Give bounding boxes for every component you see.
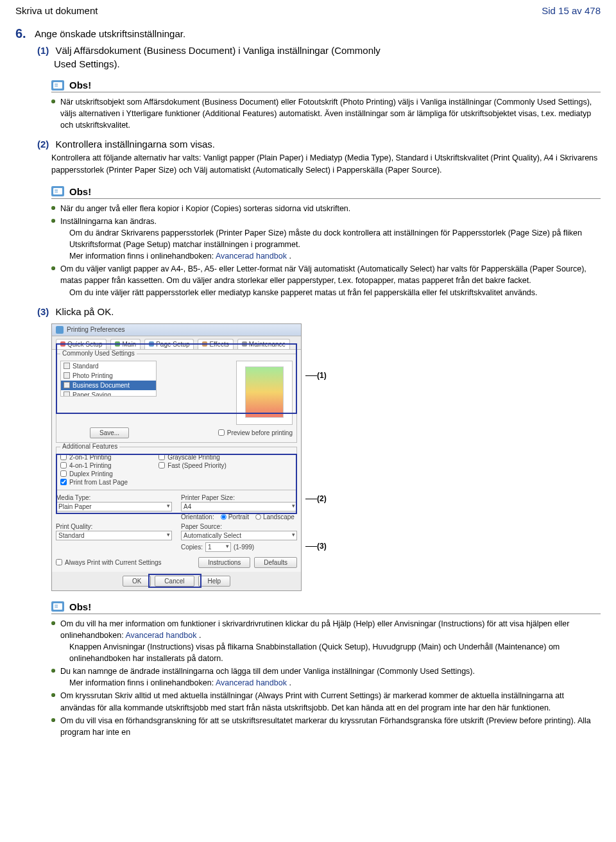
- note-item: Du kan namnge de ändrade inställningarna…: [51, 666, 601, 689]
- title-bar: Printing Preferences: [52, 324, 301, 336]
- sub-text-cont: Used Settings).: [54, 58, 601, 69]
- book-icon: [51, 601, 64, 612]
- note-item: Inställningarna kan ändras. Om du ändrar…: [51, 216, 601, 262]
- substep-2: (2) Kontrollera inställningarna som visa…: [37, 139, 601, 150]
- step-text: Ange önskade utskriftsinställningar.: [35, 26, 185, 39]
- note-block-1: Obs! När utskriftsobjekt som Affärsdokum…: [51, 80, 601, 131]
- tab-main[interactable]: Main: [110, 339, 141, 349]
- note-head: Obs!: [51, 80, 601, 92]
- callout-3: (3): [317, 542, 327, 551]
- note-item: När utskriftsobjekt som Affärsdokument (…: [51, 96, 601, 131]
- note-label: Obs!: [69, 80, 91, 90]
- media-type-combo[interactable]: Plain Paper: [56, 502, 172, 511]
- list-item: Paper Saving: [61, 390, 156, 397]
- substep-3: (3) Klicka på OK.: [37, 306, 601, 317]
- dialog-buttons: OK Cancel Help: [52, 572, 301, 590]
- note-label: Obs!: [69, 601, 91, 612]
- page-number: Sid 15 av 478: [542, 5, 601, 16]
- printing-preferences-screenshot: Printing Preferences Quick Setup Main Pa…: [51, 323, 601, 591]
- advanced-handbook-link[interactable]: Avancerad handbok: [125, 631, 196, 640]
- window-title: Printing Preferences: [67, 326, 125, 333]
- save-button[interactable]: Save...: [90, 427, 129, 438]
- note-block-2: Obs! När du anger två eller flera kopior…: [51, 186, 601, 298]
- chk-duplex[interactable]: Duplex Printing: [60, 470, 128, 477]
- step-6: 6. Ange önskade utskriftsinställningar.: [15, 26, 601, 41]
- note-block-3: Obs! Om du vill ha mer information om fu…: [51, 601, 601, 738]
- note-list: När utskriftsobjekt som Affärsdokument (…: [51, 96, 601, 131]
- advanced-handbook-link[interactable]: Avancerad handbok: [216, 678, 287, 687]
- defaults-button[interactable]: Defaults: [254, 557, 297, 568]
- sub-num: (3): [37, 306, 49, 317]
- tab-maintenance[interactable]: Maintenance: [237, 339, 290, 349]
- list-item: Business Document: [61, 381, 156, 390]
- chk-2on1[interactable]: 2-on-1 Printing: [60, 454, 128, 461]
- always-print-checkbox[interactable]: Always Print with Current Settings: [56, 559, 162, 566]
- screenshot-callouts: (1) (2) (3): [305, 323, 327, 554]
- paper-source-combo[interactable]: Automatically Select: [181, 531, 297, 540]
- tab-effects[interactable]: Effects: [198, 339, 233, 349]
- radio-portrait[interactable]: Portrait: [221, 513, 249, 520]
- callout-2: (2): [317, 494, 327, 503]
- tabs: Quick Setup Main Page Setup Effects Main…: [52, 336, 301, 350]
- callout-1: (1): [317, 371, 327, 380]
- preview-pane: [236, 361, 293, 425]
- book-icon: [51, 80, 64, 90]
- commonly-used-group: Commonly Used Settings Standard Photo Pr…: [56, 354, 297, 443]
- chk-lastpage[interactable]: Print from Last Page: [60, 479, 128, 486]
- note-item: Om kryssrutan Skriv alltid ut med aktuel…: [51, 690, 601, 713]
- tab-quick-setup[interactable]: Quick Setup: [56, 339, 107, 349]
- doc-heading: Skriva ut dokument: [15, 5, 98, 16]
- note-list: Om du vill ha mer information om funktio…: [51, 618, 601, 738]
- sub-num: (1): [37, 45, 49, 56]
- ok-button[interactable]: OK: [123, 576, 151, 587]
- chk-grayscale[interactable]: Grayscale Printing: [158, 454, 227, 461]
- printing-preferences-dialog: Printing Preferences Quick Setup Main Pa…: [51, 323, 302, 591]
- copies-spinner[interactable]: 1: [205, 542, 231, 552]
- advanced-handbook-link[interactable]: Avancerad handbok: [216, 252, 287, 261]
- book-icon: [51, 186, 64, 196]
- preview-checkbox[interactable]: Preview before printing: [218, 429, 293, 436]
- note-item: När du anger två eller flera kopior i Ko…: [51, 203, 601, 214]
- note-item: Om du vill visa en förhandsgranskning fö…: [51, 715, 601, 738]
- list-item: Standard: [61, 361, 156, 371]
- help-button[interactable]: Help: [198, 576, 231, 587]
- sub-text: Välj Affärsdokument (Business Document) …: [56, 45, 381, 56]
- list-item: Photo Printing: [61, 371, 156, 381]
- note-item: Om du väljer vanligt papper av A4-, B5-,…: [51, 263, 601, 298]
- chk-fast[interactable]: Fast (Speed Priority): [158, 462, 227, 469]
- page-header: Skriva ut dokument Sid 15 av 478: [15, 5, 601, 16]
- sub-text: Kontrollera inställningarna som visas.: [56, 139, 215, 150]
- cancel-button[interactable]: Cancel: [155, 576, 194, 587]
- sub-num: (2): [37, 139, 49, 150]
- chk-4on1[interactable]: 4-on-1 Printing: [60, 462, 128, 469]
- step-number: 6.: [15, 26, 30, 41]
- note-label: Obs!: [69, 186, 91, 197]
- note-head: Obs!: [51, 186, 601, 199]
- orientation-radios: Orientation: Portrait Landscape: [181, 513, 297, 520]
- tab-page-setup[interactable]: Page Setup: [144, 339, 194, 349]
- note-head: Obs!: [51, 601, 601, 614]
- sub-text: Klicka på OK.: [56, 306, 114, 317]
- panel: Commonly Used Settings Standard Photo Pr…: [52, 350, 301, 572]
- radio-landscape[interactable]: Landscape: [255, 513, 295, 520]
- substep-1: (1) Välj Affärsdokument (Business Docume…: [37, 45, 601, 56]
- note-item: Om du vill ha mer information om funktio…: [51, 618, 601, 665]
- window-icon: [56, 326, 64, 334]
- sub2-paragraph: Kontrollera att följande alternativ har …: [51, 152, 601, 175]
- quality-combo[interactable]: Standard: [56, 531, 172, 540]
- paper-size-combo[interactable]: A4: [181, 502, 297, 511]
- additional-features-group: Additional Features 2-on-1 Printing 4-on…: [56, 447, 297, 490]
- settings-list[interactable]: Standard Photo Printing Business Documen…: [60, 361, 157, 397]
- instructions-button[interactable]: Instructions: [198, 557, 250, 568]
- note-list: När du anger två eller flera kopior i Ko…: [51, 203, 601, 298]
